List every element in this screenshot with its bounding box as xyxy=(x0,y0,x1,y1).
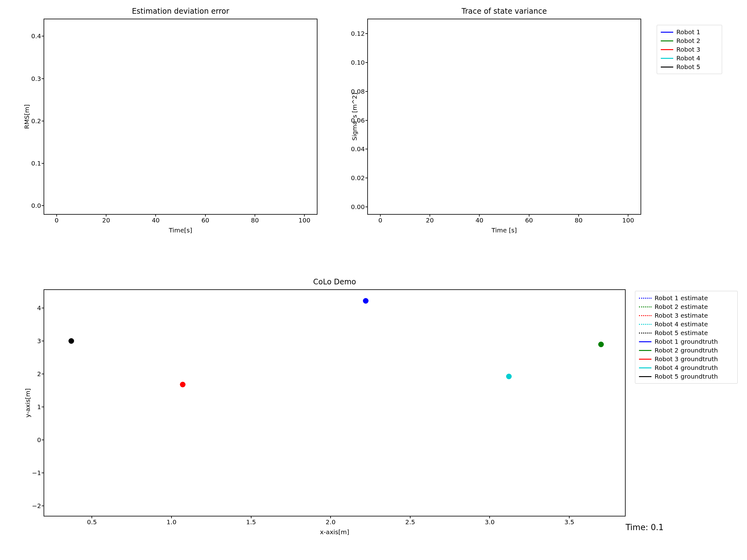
y-tick-label: 0.12 xyxy=(351,30,365,37)
robot-marker xyxy=(69,338,74,344)
y-tick-label: 0.04 xyxy=(351,145,365,153)
chart-title: Estimation deviation error xyxy=(44,7,317,16)
x-tick-label: 40 xyxy=(475,216,483,224)
axes-state-variance: Trace of state variance Time [s] Sigma_s… xyxy=(367,19,641,215)
legend-swatch xyxy=(639,341,651,342)
legend-swatch xyxy=(661,49,673,50)
x-tick-label: 3.0 xyxy=(485,518,495,526)
tick-mark xyxy=(365,33,368,34)
x-tick-label: 2.5 xyxy=(405,518,415,526)
tick-mark xyxy=(365,149,368,149)
legend-label: Robot 3 groundtruth xyxy=(654,355,718,363)
x-tick-label: 80 xyxy=(574,216,582,224)
robot-marker xyxy=(598,342,604,347)
y-tick-label: −1 xyxy=(32,469,41,477)
tick-mark xyxy=(42,341,44,341)
legend-label: Robot 5 xyxy=(676,63,700,71)
tick-mark xyxy=(569,516,570,518)
x-tick-label: 60 xyxy=(201,216,209,224)
legend-robots: Robot 1Robot 2Robot 3Robot 4Robot 5 xyxy=(657,25,722,74)
legend-estimate-groundtruth: Robot 1 estimateRobot 2 estimateRobot 3 … xyxy=(635,291,738,383)
legend-swatch xyxy=(639,367,651,368)
y-tick-label: 3 xyxy=(37,337,41,345)
tick-mark xyxy=(410,516,411,518)
legend-label: Robot 2 estimate xyxy=(654,303,708,311)
legend-swatch xyxy=(639,324,651,325)
legend-item: Robot 2 xyxy=(661,36,718,45)
tick-mark xyxy=(92,516,92,518)
legend-item: Robot 2 groundtruth xyxy=(639,346,733,355)
tick-mark xyxy=(42,374,44,374)
legend-label: Robot 4 xyxy=(676,54,700,62)
y-tick-label: 0.4 xyxy=(31,32,41,40)
legend-item: Robot 1 estimate xyxy=(639,294,733,302)
tick-mark xyxy=(251,516,252,518)
tick-mark xyxy=(330,516,331,518)
legend-item: Robot 4 estimate xyxy=(639,320,733,328)
legend-swatch xyxy=(639,376,651,377)
y-tick-label: 0.02 xyxy=(351,174,365,182)
tick-mark xyxy=(430,214,430,216)
legend-item: Robot 2 estimate xyxy=(639,302,733,311)
tick-mark xyxy=(155,214,156,216)
y-tick-label: 0.08 xyxy=(351,88,365,95)
tick-mark xyxy=(304,214,305,216)
chart-title: Trace of state variance xyxy=(368,7,641,16)
y-tick-label: 0.1 xyxy=(31,160,41,167)
y-axis-label: y-axis[m] xyxy=(24,388,31,418)
x-axis-label: Time[s] xyxy=(44,226,317,234)
legend-item: Robot 5 groundtruth xyxy=(639,372,733,381)
y-tick-label: 2 xyxy=(37,370,41,378)
tick-mark xyxy=(380,214,381,216)
x-tick-label: 20 xyxy=(102,216,110,224)
chart-title: CoLo Demo xyxy=(44,277,625,286)
legend-item: Robot 4 groundtruth xyxy=(639,364,733,372)
legend-swatch xyxy=(661,41,673,42)
x-tick-label: 1.5 xyxy=(246,518,256,526)
y-tick-label: −2 xyxy=(32,502,41,510)
tick-mark xyxy=(42,121,44,121)
tick-mark xyxy=(529,214,530,216)
legend-item: Robot 4 xyxy=(661,54,718,62)
legend-item: Robot 3 estimate xyxy=(639,311,733,320)
tick-mark xyxy=(365,178,368,178)
x-tick-label: 20 xyxy=(426,216,434,224)
legend-swatch xyxy=(639,359,651,359)
legend-label: Robot 3 xyxy=(676,46,700,53)
x-tick-label: 1.0 xyxy=(166,518,177,526)
robot-marker xyxy=(506,374,512,379)
tick-mark xyxy=(171,516,172,518)
legend-swatch xyxy=(661,58,673,59)
legend-item: Robot 3 groundtruth xyxy=(639,355,733,364)
legend-label: Robot 2 groundtruth xyxy=(654,347,718,354)
time-annotation: Time: 0.1 xyxy=(626,523,664,532)
tick-mark xyxy=(578,214,579,216)
x-axis-label: Time [s] xyxy=(368,226,641,234)
legend-swatch xyxy=(639,306,651,308)
y-axis-label: RMS[m] xyxy=(23,105,30,129)
y-tick-label: 0.0 xyxy=(31,202,41,209)
tick-mark xyxy=(106,214,106,216)
tick-mark xyxy=(479,214,480,216)
x-tick-label: 0 xyxy=(378,216,382,224)
legend-swatch xyxy=(661,66,673,68)
x-tick-label: 0.5 xyxy=(87,518,97,526)
legend-label: Robot 2 xyxy=(676,37,700,45)
x-axis-label: x-axis[m] xyxy=(44,528,625,536)
x-tick-label: 2.0 xyxy=(326,518,336,526)
x-tick-label: 0 xyxy=(54,216,58,224)
tick-mark xyxy=(42,308,44,308)
tick-mark xyxy=(42,407,44,407)
legend-label: Robot 5 estimate xyxy=(654,329,708,337)
tick-mark xyxy=(365,91,368,92)
legend-label: Robot 1 xyxy=(676,28,700,36)
robot-marker xyxy=(363,298,368,304)
legend-label: Robot 1 estimate xyxy=(654,294,708,302)
x-tick-label: 80 xyxy=(251,216,259,224)
y-tick-label: 4 xyxy=(37,304,41,312)
legend-label: Robot 3 estimate xyxy=(654,312,708,319)
y-tick-label: 1 xyxy=(37,403,41,411)
x-tick-label: 100 xyxy=(622,216,634,224)
legend-item: Robot 1 groundtruth xyxy=(639,337,733,346)
y-tick-label: 0.00 xyxy=(351,203,365,211)
